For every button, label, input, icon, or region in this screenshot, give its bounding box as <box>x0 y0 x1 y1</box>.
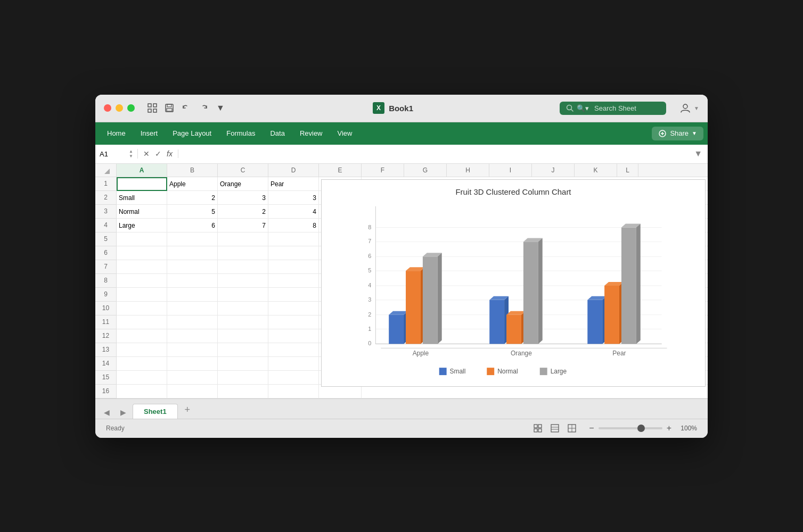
col-header-k[interactable]: K <box>575 164 617 177</box>
corner-cell[interactable] <box>95 164 117 177</box>
user-icon[interactable]: ▼ <box>679 102 699 114</box>
row-num-6[interactable]: 6 <box>95 246 116 260</box>
chart-svg: Fruit 3D Clustered Column Chart 0 <box>322 180 705 386</box>
row-num-9[interactable]: 9 <box>95 288 116 302</box>
ribbon-tab-insert[interactable]: Insert <box>133 125 166 142</box>
zoom-out-button[interactable]: − <box>589 423 594 433</box>
col-header-f[interactable]: F <box>362 164 404 177</box>
tab-next-button[interactable]: ▶ <box>116 408 130 417</box>
tab-prev-button[interactable]: ◀ <box>100 408 114 417</box>
chart-label-apple: Apple <box>413 350 429 357</box>
save-icon[interactable] <box>163 102 175 114</box>
cell-d3[interactable]: 4 <box>268 205 319 219</box>
ribbon-tab-home[interactable]: Home <box>100 125 133 142</box>
row-num-14[interactable]: 14 <box>95 357 116 371</box>
cell-b2[interactable]: 2 <box>167 191 218 205</box>
formula-expand-icon[interactable]: ▼ <box>689 149 708 159</box>
confirm-formula-icon[interactable]: ✓ <box>155 149 161 158</box>
ribbon-tab-review[interactable]: Review <box>292 125 330 142</box>
traffic-lights <box>104 104 135 112</box>
bar-orange-small <box>489 300 504 344</box>
svg-text:1: 1 <box>368 325 371 331</box>
share-chevron: ▼ <box>692 130 697 136</box>
row-num-16[interactable]: 16 <box>95 385 116 398</box>
col-header-j[interactable]: J <box>532 164 575 177</box>
cell-c1[interactable]: Orange <box>218 177 268 191</box>
col-header-b[interactable]: B <box>167 164 218 177</box>
cancel-formula-icon[interactable]: ✕ <box>143 149 150 158</box>
cell-d1[interactable]: Pear <box>268 177 319 191</box>
cell-c3[interactable]: 2 <box>218 205 268 219</box>
cell-a2[interactable]: Small <box>117 191 167 205</box>
ribbon-tab-page-layout[interactable]: Page Layout <box>165 125 219 142</box>
col-header-c[interactable]: C <box>218 164 268 177</box>
row-num-12[interactable]: 12 <box>95 329 116 343</box>
row-num-2[interactable]: 2 <box>95 191 116 205</box>
cell-a5[interactable] <box>117 232 167 246</box>
formula-input[interactable] <box>178 150 689 158</box>
search-box[interactable]: 🔍▾ Search Sheet <box>560 102 666 115</box>
toolbar-tools: ▼ <box>146 102 226 114</box>
ribbon-tab-data[interactable]: Data <box>263 125 292 142</box>
col-header-a[interactable]: A <box>117 164 167 177</box>
cell-a1[interactable] <box>117 177 167 191</box>
zoom-in-button[interactable]: + <box>667 423 671 433</box>
bar-apple-normal <box>406 271 421 344</box>
sheet-tab-sheet1[interactable]: Sheet1 <box>133 404 178 419</box>
row-num-11[interactable]: 11 <box>95 315 116 329</box>
ribbon-tab-view[interactable]: View <box>330 125 360 142</box>
col-header-e[interactable]: E <box>319 164 362 177</box>
ribbon-tab-formulas[interactable]: Formulas <box>219 125 263 142</box>
close-button[interactable] <box>104 104 111 112</box>
share-button[interactable]: Share ▼ <box>652 127 703 140</box>
cell-d4[interactable]: 8 <box>268 219 319 232</box>
undo-icon[interactable] <box>181 102 192 114</box>
bar-apple-small <box>389 314 404 344</box>
zoom-slider[interactable] <box>599 427 662 429</box>
row-num-1[interactable]: 1 <box>95 177 116 191</box>
bar-pear-small <box>587 300 602 344</box>
svg-rect-36 <box>534 429 537 432</box>
add-sheet-button[interactable]: + <box>180 403 195 418</box>
col-header-h[interactable]: H <box>447 164 489 177</box>
row-num-5[interactable]: 5 <box>95 232 116 246</box>
more-icon[interactable]: ▼ <box>215 102 226 114</box>
row-num-13[interactable]: 13 <box>95 343 116 357</box>
row-num-8[interactable]: 8 <box>95 274 116 288</box>
cell-reference[interactable]: A1 ▲▼ <box>95 149 138 159</box>
svg-text:3: 3 <box>368 296 371 302</box>
col-header-l[interactable]: L <box>617 164 638 177</box>
normal-view-icon[interactable] <box>531 422 544 435</box>
grid-icon[interactable] <box>146 102 158 114</box>
formula-bar: A1 ▲▼ ✕ ✓ fx ▼ <box>95 145 708 164</box>
svg-point-9 <box>683 104 687 109</box>
row-num-10[interactable]: 10 <box>95 302 116 315</box>
row-num-15[interactable]: 15 <box>95 371 116 385</box>
row-num-7[interactable]: 7 <box>95 260 116 274</box>
search-label: 🔍▾ <box>577 104 589 112</box>
fx-icon[interactable]: fx <box>167 149 173 158</box>
cell-b1[interactable]: Apple <box>167 177 218 191</box>
cell-b3[interactable]: 5 <box>167 205 218 219</box>
cell-d2[interactable]: 3 <box>268 191 319 205</box>
cell-a3[interactable]: Normal <box>117 205 167 219</box>
page-layout-view-icon[interactable] <box>548 422 561 435</box>
fullscreen-button[interactable] <box>127 104 135 112</box>
row-num-3[interactable]: 3 <box>95 205 116 219</box>
redo-icon[interactable] <box>198 102 209 114</box>
cell-a4[interactable]: Large <box>117 219 167 232</box>
page-break-view-icon[interactable] <box>566 422 578 435</box>
cell-c2[interactable]: 3 <box>218 191 268 205</box>
cell-c4[interactable]: 7 <box>218 219 268 232</box>
cell-b4[interactable]: 6 <box>167 219 218 232</box>
bar-orange-large-side <box>538 238 543 344</box>
col-header-d[interactable]: D <box>268 164 319 177</box>
row-num-4[interactable]: 4 <box>95 219 116 232</box>
minimize-button[interactable] <box>116 104 123 112</box>
svg-rect-37 <box>538 429 542 432</box>
col-header-g[interactable]: G <box>404 164 447 177</box>
cell-ref-arrows: ▲▼ <box>129 149 133 159</box>
col-header-i[interactable]: I <box>489 164 532 177</box>
formula-controls: ✕ ✓ fx <box>138 149 178 158</box>
bar-orange-normal <box>506 314 521 344</box>
